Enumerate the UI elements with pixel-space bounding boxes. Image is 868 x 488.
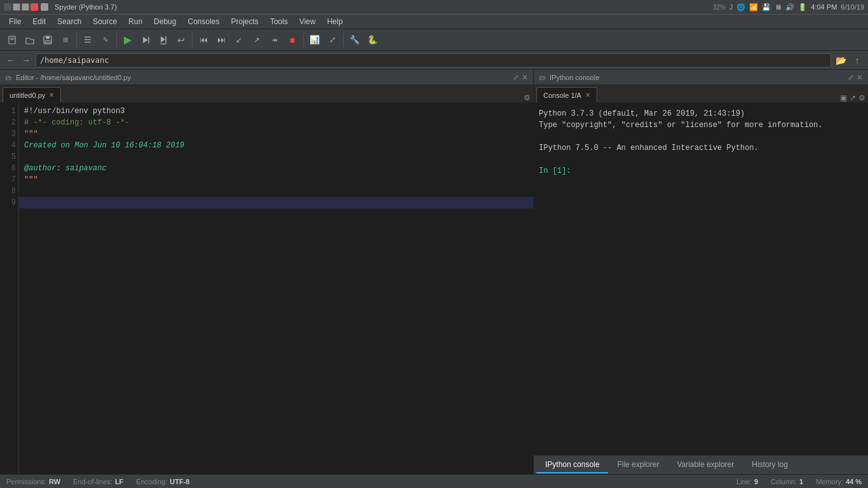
menu-projects[interactable]: Projects [226, 16, 264, 27]
ipython-undock-icon[interactable]: ⤢ [848, 73, 854, 82]
tab-file-explorer[interactable]: File explorer [608, 457, 668, 473]
console-line-5 [539, 154, 863, 165]
nav-up-btn[interactable]: ↑ [850, 53, 864, 67]
permissions-label: Permissions: [6, 478, 46, 485]
editor-undock-icon[interactable]: ⤢ [513, 73, 519, 82]
run-cell-advance-btn[interactable] [155, 32, 172, 48]
column-label: Column: [771, 478, 797, 485]
tools-btn[interactable]: 🔧 [346, 32, 363, 48]
nav-forward-btn[interactable]: → [19, 53, 33, 67]
editor-tab-right: ⚙ [524, 93, 531, 102]
taskbar-right: 32% J 🌐 📶 💾 🖥 🔊 🔋 4:04 PM 6/10/19 [713, 3, 864, 11]
memory-value: 44 % [846, 478, 862, 485]
statusbar-right: Line: 9 Column: 1 Memory: 44 % [736, 478, 862, 485]
ipython-title-bar: 🗁 IPython console ⤢ ✕ [534, 70, 868, 85]
navbar-left: ← → [4, 53, 33, 67]
tab-history-log[interactable]: History log [743, 457, 797, 473]
svg-marker-6 [143, 37, 148, 43]
menu-source[interactable]: Source [88, 16, 122, 27]
editor-tab-untitled0[interactable]: untitled0.py ✕ [3, 87, 61, 102]
code-line-6: @author: saipavanc [24, 163, 528, 174]
line-num-6: 6 [3, 163, 16, 174]
run-btn[interactable]: ▶ [119, 32, 136, 48]
taskbar-left: Spyder (Python 3.7) [4, 3, 117, 11]
menu-edit[interactable]: Edit [27, 16, 51, 27]
encoding-label: Encoding: [136, 478, 167, 485]
ipython-tab-console1a[interactable]: Console 1/A ✕ [536, 87, 597, 102]
line-num-7: 7 [3, 174, 16, 186]
taskbar-close-icon[interactable] [31, 3, 38, 11]
editor-tab-close[interactable]: ✕ [49, 92, 54, 98]
permissions-value: RW [49, 478, 60, 485]
menu-tools[interactable]: Tools [265, 16, 293, 27]
tab-ipython-console[interactable]: IPython console [536, 457, 608, 473]
new-editor-btn[interactable]: ✎ [97, 32, 114, 48]
toolbar-sep-5 [343, 33, 344, 47]
save-file-btn[interactable] [39, 32, 56, 48]
ipython-tab-close[interactable]: ✕ [585, 92, 590, 98]
line-numbers: 1 2 3 4 5 6 7 8 9 [0, 103, 19, 474]
taskbar-memory: 32% [713, 4, 726, 11]
editor-title-bar: 🗁 Editor - /home/saipavanc/untitled0.py … [0, 70, 533, 85]
nav-browse-btn[interactable]: 📂 [834, 53, 848, 67]
line-num-5: 5 [3, 151, 16, 163]
debug-start-btn[interactable]: ⏮ [195, 32, 212, 48]
toolbar-sep-3 [192, 33, 193, 47]
menu-consoles[interactable]: Consoles [182, 16, 224, 27]
menu-view[interactable]: View [294, 16, 321, 27]
browse-tabs-btn[interactable]: ☰ [79, 32, 96, 48]
console-line-6: In [1]: [539, 165, 863, 177]
new-file-btn[interactable] [4, 32, 20, 48]
line-num-9: 9 [3, 197, 16, 208]
run-cell-btn[interactable] [137, 32, 154, 48]
console-line-4: IPython 7.5.0 -- An enhanced Interactive… [539, 142, 863, 154]
console-line-1: Python 3.7.3 (default, Mar 26 2019, 21:4… [539, 108, 863, 119]
status-permissions: Permissions: RW [6, 478, 60, 485]
menu-search[interactable]: Search [52, 16, 86, 27]
ipython-title-text: IPython console [550, 74, 599, 81]
tray-icon-volume: 🔊 [785, 3, 794, 11]
ipython-tab-square-icon[interactable]: ▣ [840, 93, 847, 102]
profile-btn[interactable]: 📊 [306, 32, 323, 48]
taskbar-date: 6/10/19 [841, 3, 864, 11]
line-label: Line: [736, 478, 752, 485]
maximize-btn[interactable]: ⤢ [324, 32, 341, 48]
taskbar-min-icon[interactable] [41, 3, 48, 11]
tray-icon-battery: 🔋 [798, 3, 807, 11]
ipython-tab-label: Console 1/A [543, 92, 581, 99]
menu-debug[interactable]: Debug [149, 16, 181, 27]
column-value: 1 [799, 478, 803, 485]
menu-run[interactable]: Run [123, 16, 147, 27]
menu-file[interactable]: File [4, 16, 26, 27]
statusbar-left: Permissions: RW End-of-lines: LF Encodin… [6, 478, 189, 485]
eol-value: LF [115, 478, 123, 485]
ipython-tab-gear-icon[interactable]: ⚙ [858, 93, 865, 102]
nav-back-btn[interactable]: ← [4, 53, 18, 67]
memory-label: Memory: [816, 478, 843, 485]
save-all-btn[interactable]: ⊞ [57, 32, 74, 48]
rerun-btn[interactable]: ↩ [173, 32, 189, 48]
editor-close-icon[interactable]: ✕ [522, 73, 528, 82]
ipython-close-icon[interactable]: ✕ [857, 73, 863, 82]
editor-tab-gear-icon[interactable]: ⚙ [524, 93, 531, 102]
ipython-console-area[interactable]: Python 3.7.3 (default, Mar 26 2019, 21:4… [534, 103, 868, 455]
code-line-9 [19, 197, 533, 208]
debug-next-btn[interactable]: ⏭ [213, 32, 229, 48]
debug-into-btn[interactable]: ↙ [231, 32, 247, 48]
line-num-2: 2 [3, 117, 16, 128]
debug-continue-btn[interactable]: ↠ [266, 32, 283, 48]
menu-help[interactable]: Help [322, 16, 348, 27]
ipython-tabs: Console 1/A ✕ ▣ ↗ ⚙ [534, 85, 868, 103]
taskbar: Spyder (Python 3.7) 32% J 🌐 📶 💾 🖥 🔊 🔋 4:… [0, 0, 868, 14]
ipython-tab-undock-icon[interactable]: ↗ [850, 93, 856, 102]
svg-marker-8 [161, 36, 165, 43]
debug-out-btn[interactable]: ↗ [248, 32, 265, 48]
address-bar[interactable] [36, 53, 831, 67]
python-path-btn[interactable]: 🐍 [364, 32, 381, 48]
ipython-title-left: 🗁 IPython console [539, 74, 599, 81]
code-content[interactable]: #!/usr/bin/env python3 # -*- coding: utf… [19, 103, 533, 474]
open-file-btn[interactable] [22, 32, 38, 48]
stop-btn[interactable]: ■ [284, 32, 301, 48]
status-memory: Memory: 44 % [816, 478, 862, 485]
tab-variable-explorer[interactable]: Variable explorer [668, 457, 743, 473]
